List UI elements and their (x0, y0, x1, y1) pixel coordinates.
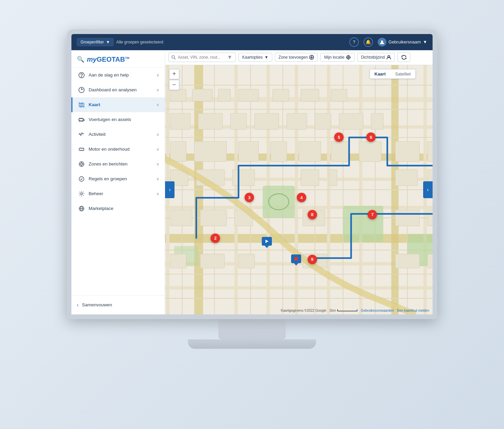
svg-rect-76 (273, 89, 289, 101)
sidebar-item-help[interactable]: Aan de slag en help ∨ (71, 68, 165, 83)
dashboard-chevron-icon: ∨ (156, 88, 159, 92)
zoom-out-button[interactable]: − (169, 80, 179, 90)
svg-rect-100 (329, 170, 337, 186)
refresh-button[interactable] (398, 53, 410, 62)
svg-rect-98 (232, 170, 255, 186)
svg-point-2 (81, 76, 82, 77)
svg-rect-116 (294, 257, 298, 261)
map-type-kaart-button[interactable]: Kaart (370, 69, 390, 79)
svg-rect-77 (301, 89, 319, 101)
activiteit-nav-icon (78, 131, 85, 138)
map-options-chevron-icon: ▼ (264, 55, 269, 60)
zones-nav-label: Zones en berichten (89, 161, 153, 166)
svg-point-25 (348, 57, 349, 58)
activiteit-chevron-icon: ∨ (156, 132, 159, 137)
sidebar-item-marketplace[interactable]: Marketplace (71, 201, 165, 216)
sidebar-item-zones[interactable]: Zones en berichten ∨ (71, 157, 165, 172)
sidebar-item-beheer[interactable]: Beheer ∨ (71, 186, 165, 201)
svg-rect-92 (331, 141, 349, 161)
user-chevron-icon: ▼ (423, 39, 427, 44)
terms-link[interactable]: Gebruiksvoorwaarden (361, 309, 394, 312)
map-container[interactable]: + − › ‹ Kaart Satelliet 2 (165, 65, 433, 314)
monitor-stand-top (218, 319, 286, 339)
search-icon: 🔍 (77, 56, 84, 63)
user-menu[interactable]: Gebruikersnaam ▼ (378, 38, 427, 47)
svg-rect-75 (239, 89, 259, 101)
marketplace-nav-icon (78, 205, 85, 212)
route-marker-4: 4 (297, 193, 306, 202)
map-area: ▼ Kaartopties ▼ Zone toevoegen Mijn loca… (165, 50, 433, 314)
user-avatar (378, 38, 386, 47)
sidebar-item-dashboard[interactable]: Dashboard en analysen ∨ (71, 83, 165, 97)
route-marker-6: 6 (366, 132, 376, 142)
report-link[interactable]: Een kaartfout melden (397, 309, 429, 312)
my-location-label: Mijn locatie (324, 55, 344, 60)
map-footer: Kaartgegevens ©2022 Google 2km Gebruiksv… (281, 309, 429, 312)
map-controls: + − (169, 69, 179, 90)
add-zone-label: Zone toevoegen (279, 55, 308, 60)
svg-rect-90 (271, 141, 287, 161)
sidebar-item-activiteit[interactable]: Activiteit ∨ (71, 127, 165, 142)
map-search-box[interactable]: ▼ (168, 53, 236, 62)
help-icon-button[interactable]: ? (349, 37, 359, 47)
beheer-nav-icon (78, 190, 85, 197)
sidebar: 🔍 myGEOTABTM Aan de slag en help ∨ (71, 50, 165, 314)
svg-rect-110 (200, 254, 225, 268)
map-options-button[interactable]: Kaartopties ▼ (239, 53, 272, 62)
svg-rect-80 (198, 113, 223, 129)
top-bar: Groepenfilter ▼ Alle groepen geselecteer… (71, 34, 433, 50)
svg-rect-94 (395, 141, 419, 161)
kaart-nav-label: Kaart (89, 102, 153, 107)
svg-rect-74 (218, 89, 230, 101)
map-background (165, 65, 433, 314)
svg-rect-108 (428, 210, 433, 226)
kaart-nav-icon (78, 101, 85, 109)
top-bar-left: Groepenfilter ▼ Alle groepen geselecteer… (77, 38, 163, 46)
group-filter-label: Groepenfilter (81, 40, 104, 44)
zones-chevron-icon: ∨ (156, 162, 159, 166)
panel-collapse-right-button[interactable]: ‹ (423, 181, 433, 198)
sidebar-logo: 🔍 myGEOTABTM (71, 50, 165, 68)
dashboard-nav-label: Dashboard en analysen (89, 87, 153, 92)
svg-rect-107 (395, 210, 419, 226)
collapse-button[interactable]: ‹ Samenvouwen (71, 298, 165, 312)
top-bar-icons: ? 🔔 Gebruikersnaam ▼ (349, 37, 427, 47)
sidebar-item-voertuigen[interactable]: Voertuigen en assets (71, 112, 165, 127)
sidebar-item-kaart[interactable]: Kaart ∨ (71, 97, 165, 112)
svg-rect-93 (359, 141, 381, 161)
svg-rect-78 (331, 89, 347, 101)
motor-nav-icon (78, 146, 85, 153)
voertuigen-nav-label: Voertuigen en assets (89, 117, 159, 122)
svg-rect-114 (428, 254, 433, 268)
scale-bar: 2km (329, 309, 357, 312)
map-copyright: Kaartgegevens ©2022 Google (281, 309, 326, 312)
help-chevron-icon: ∨ (156, 73, 159, 78)
logo-text: myGEOTABTM (87, 56, 129, 63)
svg-rect-101 (395, 170, 417, 186)
search-dropdown-icon: ▼ (227, 54, 232, 60)
svg-rect-73 (192, 89, 213, 101)
sidebar-item-regels[interactable]: Regels en groepen ∨ (71, 172, 165, 186)
svg-rect-85 (339, 113, 363, 129)
sidebar-item-motor[interactable]: Motor en onderhoud ∨ (71, 142, 165, 157)
svg-rect-95 (428, 141, 433, 161)
zoom-in-button[interactable]: + (169, 69, 179, 79)
map-type-satelliet-button[interactable]: Satelliet (390, 69, 415, 79)
beheer-chevron-icon: ∨ (156, 191, 159, 196)
voertuigen-nav-icon (78, 116, 85, 123)
nearest-button[interactable]: Dichtstbijzind (357, 53, 395, 62)
panel-expand-left-button[interactable]: › (165, 181, 175, 198)
svg-point-11 (81, 163, 83, 165)
add-zone-button[interactable]: Zone toevoegen (275, 53, 318, 62)
map-options-label: Kaartopties (242, 55, 263, 60)
map-search-input[interactable] (178, 55, 225, 60)
svg-rect-79 (170, 113, 190, 129)
route-marker-8: 8 (308, 210, 317, 219)
group-filter-button[interactable]: Groepenfilter ▼ (77, 38, 114, 46)
notifications-icon-button[interactable]: 🔔 (364, 37, 373, 47)
dashboard-nav-icon (78, 86, 85, 94)
help-nav-label: Aan de slag en help (89, 72, 153, 78)
my-location-button[interactable]: Mijn locatie (320, 53, 354, 62)
collapse-label: Samenvouwen (82, 302, 112, 307)
svg-rect-9 (79, 148, 84, 150)
